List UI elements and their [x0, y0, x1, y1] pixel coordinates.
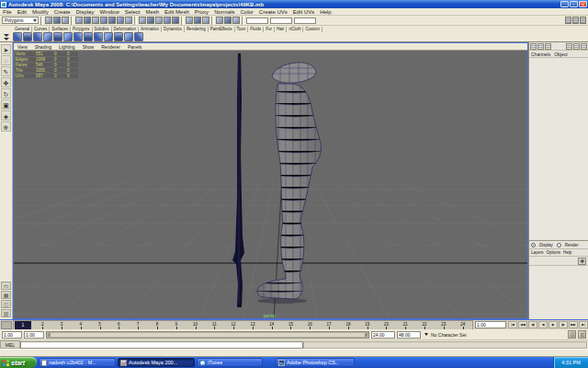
frame-tick[interactable]: 8	[148, 321, 167, 329]
frame-tick[interactable]: 6	[109, 321, 129, 329]
lasso-tool[interactable]: ◌	[1, 55, 11, 65]
layer-list[interactable]	[529, 266, 588, 319]
poly-pyramid-icon[interactable]	[84, 32, 93, 41]
perspective-viewport[interactable]: ViewShadingLightingShowRendererPanels	[13, 42, 528, 319]
scale-tool[interactable]: ▣	[1, 99, 11, 109]
move-tool[interactable]: ✥	[1, 77, 11, 87]
menu-set-dropdown[interactable]: Polygons	[2, 17, 39, 24]
start-button[interactable]: start	[0, 357, 37, 368]
panel-menu-item[interactable]: Renderer	[97, 43, 124, 51]
frame-tick[interactable]: 23	[434, 321, 453, 329]
auto-keyframe-icon[interactable]: ⚿	[568, 330, 576, 339]
taskbar-item-photoshop[interactable]: Ps Adobe Photoshop CS...	[276, 358, 355, 367]
single-pane-layout[interactable]: ▭	[1, 282, 11, 290]
frame-tick[interactable]: 22	[415, 321, 435, 329]
time-slider-menu-icon[interactable]	[1, 321, 12, 329]
select-mask-faces-icon[interactable]	[117, 17, 124, 24]
menu-item[interactable]: Create	[51, 8, 74, 16]
poly-cube-icon[interactable]	[23, 32, 32, 41]
input-field-z[interactable]	[294, 17, 316, 24]
show-attribute-editor-icon[interactable]	[565, 17, 571, 24]
channel-box-list[interactable]	[529, 58, 588, 241]
snap-to-grid-icon[interactable]	[139, 17, 146, 24]
panel-menu-item[interactable]: Panels	[124, 43, 145, 51]
open-scene-icon[interactable]	[53, 17, 61, 24]
menu-item[interactable]: Display	[74, 8, 97, 16]
frame-tick[interactable]: 15	[281, 321, 300, 329]
rotate-tool[interactable]: ↻	[1, 88, 11, 98]
step-back-key-button[interactable]: ◀◀	[518, 321, 527, 328]
step-back-frame-button[interactable]: ◀|	[528, 321, 537, 328]
snap-to-point-icon[interactable]	[155, 17, 163, 24]
current-frame-indicator[interactable]: 1	[15, 321, 31, 329]
frame-tick[interactable]: 20	[377, 321, 396, 329]
animation-end-field[interactable]	[397, 331, 421, 339]
manipulator-mode-icon[interactable]	[530, 43, 537, 50]
taskbar-item-maya[interactable]: M Autodesk Maya 200...	[118, 358, 195, 367]
system-tray[interactable]: 4:31 PM	[553, 357, 588, 368]
frame-tick[interactable]: 16	[300, 321, 320, 329]
range-slider[interactable]	[46, 331, 369, 339]
close-button[interactable]: ×	[579, 1, 587, 7]
menu-item[interactable]: Edit UVs	[290, 8, 317, 16]
command-input[interactable]	[20, 341, 303, 349]
persp-outliner-layout[interactable]: ◫	[1, 300, 11, 308]
layer-editor-menu-item[interactable]: Layers	[531, 250, 544, 255]
menu-item[interactable]: Color	[237, 8, 255, 16]
frame-tick[interactable]: 13	[243, 321, 263, 329]
taskbar-item-document[interactable]: nadesh u2b402 - M...	[39, 358, 116, 367]
shelf-menu-arrows[interactable]	[0, 34, 13, 40]
menu-item[interactable]: Modify	[29, 8, 51, 16]
animation-start-field[interactable]	[2, 331, 22, 339]
poly-cone-icon[interactable]	[43, 32, 52, 41]
taskbar-item-itunes[interactable]: ♪ iTunes	[197, 358, 263, 367]
frame-tick[interactable]: 4	[71, 321, 90, 329]
frame-tick[interactable]: 5	[90, 321, 109, 329]
menu-item[interactable]: Edit Mesh	[162, 8, 192, 16]
animation-preferences-icon[interactable]: ≡	[578, 330, 586, 339]
frame-tick[interactable]: 17	[320, 321, 339, 329]
universal-manipulator-tool[interactable]: ◈	[1, 110, 11, 121]
frame-tick[interactable]: 18	[338, 321, 357, 329]
maximize-button[interactable]: ▫	[570, 1, 578, 7]
go-to-start-button[interactable]: |◀	[508, 321, 517, 328]
menu-item[interactable]: Select	[122, 8, 143, 16]
poly-helix-icon[interactable]	[104, 32, 113, 41]
viewport-canvas[interactable]	[14, 43, 528, 319]
menu-item[interactable]: Normals	[211, 8, 237, 16]
step-forward-key-button[interactable]: ▶▶	[569, 321, 578, 328]
poly-soccerball-icon[interactable]	[114, 32, 123, 41]
channel-stats-icon[interactable]	[566, 43, 572, 50]
menu-item[interactable]: Help	[317, 8, 334, 16]
paint-select-tool[interactable]: ✎	[1, 66, 11, 76]
frame-tick[interactable]: 12	[224, 321, 243, 329]
frame-tick[interactable]: 21	[396, 321, 415, 329]
layer-editor-menu-item[interactable]: Help	[563, 250, 571, 255]
show-channel-box-icon[interactable]	[580, 17, 586, 24]
panel-menu-item[interactable]: Lighting	[55, 43, 79, 51]
highlight-selection-icon[interactable]	[125, 17, 132, 24]
snap-to-curve-icon[interactable]	[147, 17, 154, 24]
go-to-end-button[interactable]: ▶|	[579, 321, 588, 328]
construction-history-icon[interactable]	[202, 17, 209, 24]
render-settings-icon[interactable]	[232, 17, 240, 24]
menu-item[interactable]: Edit	[15, 8, 29, 16]
minimize-button[interactable]: _	[560, 1, 569, 7]
layer-editor-menu-item[interactable]: Options	[547, 250, 561, 255]
input-connections-icon[interactable]	[186, 17, 193, 24]
play-backwards-button[interactable]: ◀	[538, 321, 548, 328]
menu-item[interactable]: Create UVs	[256, 8, 290, 16]
poly-sphere-icon[interactable]	[13, 32, 22, 41]
select-tool[interactable]: ➤	[1, 44, 11, 54]
play-forward-button[interactable]: ▶	[548, 321, 558, 328]
menu-item[interactable]: Mesh	[142, 8, 162, 16]
frame-tick[interactable]: 7	[129, 321, 148, 329]
display-radio[interactable]	[531, 243, 536, 247]
select-hierarchy-icon[interactable]	[75, 17, 83, 24]
step-forward-frame-button[interactable]: |▶	[559, 321, 568, 328]
panel-menu-item[interactable]: Show	[79, 43, 98, 51]
select-object-icon[interactable]	[84, 17, 91, 24]
create-new-layer-icon[interactable]: ✚	[578, 258, 586, 265]
frame-tick[interactable]: 14	[262, 321, 281, 329]
frame-tick[interactable]: 11	[205, 321, 224, 329]
